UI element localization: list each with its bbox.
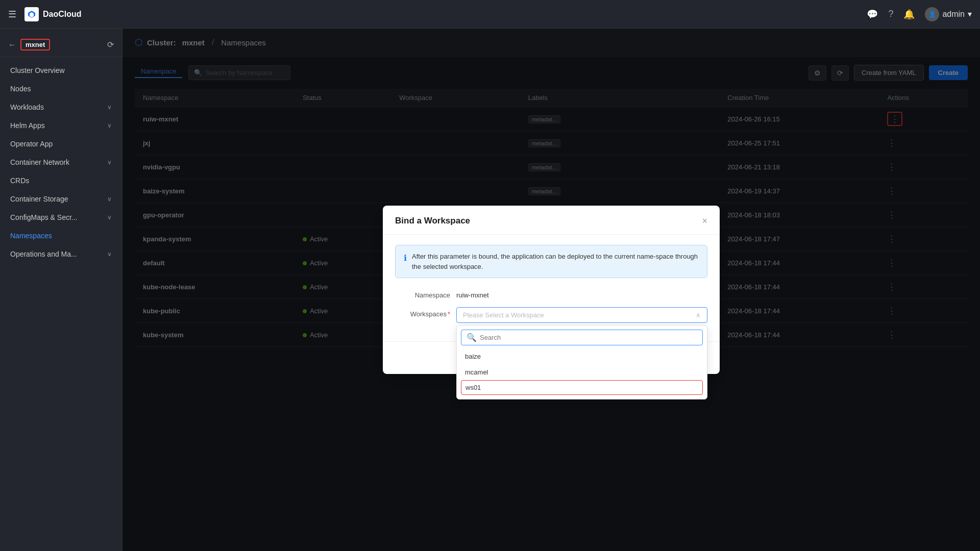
- sidebar-item-label: Cluster Overview: [10, 66, 65, 74]
- sidebar-nav: Cluster Overview Nodes Workloads ∨ Helm …: [0, 57, 122, 551]
- back-button[interactable]: ←: [8, 40, 16, 49]
- sidebar-item-cluster-overview[interactable]: Cluster Overview: [0, 61, 122, 80]
- namespace-label: Namespace: [395, 288, 456, 299]
- sidebar-item-label: CRDs: [10, 177, 29, 185]
- bind-workspace-modal: Bind a Workspace × ℹ After this paramete…: [383, 206, 720, 374]
- info-icon: ℹ: [404, 252, 407, 264]
- modal-close-button[interactable]: ×: [702, 216, 707, 226]
- sidebar-item-helm-apps[interactable]: Helm Apps ∨: [0, 116, 122, 135]
- topnav-right: 💬 ? 🔔 👤 admin ▾: [867, 7, 972, 21]
- user-avatar[interactable]: 👤 admin ▾: [925, 7, 972, 21]
- chevron-up-icon: ∧: [696, 311, 701, 319]
- sidebar-item-label: Workloads: [10, 103, 44, 111]
- workspaces-label: Workspaces*: [395, 307, 456, 318]
- sidebar-item-label: Helm Apps: [10, 121, 45, 130]
- workspaces-dropdown-trigger[interactable]: Please Select a Workspace ∧: [456, 307, 707, 323]
- chat-icon[interactable]: 💬: [867, 9, 878, 20]
- sidebar: ← mxnet ⟳ Cluster Overview Nodes Workloa…: [0, 29, 122, 551]
- sidebar-item-operator-app[interactable]: Operator App: [0, 135, 122, 153]
- modal-body: ℹ After this parameter is bound, the app…: [383, 235, 720, 341]
- logo: DaoCloud: [24, 7, 867, 21]
- sidebar-item-label: Container Network: [10, 158, 69, 166]
- username: admin: [942, 10, 965, 19]
- modal-header: Bind a Workspace ×: [383, 206, 720, 235]
- modal-title: Bind a Workspace: [395, 216, 470, 226]
- sidebar-item-label: Operator App: [10, 140, 53, 148]
- modal-overlay: Bind a Workspace × ℹ After this paramete…: [122, 29, 980, 551]
- menu-icon[interactable]: ☰: [8, 9, 16, 20]
- sidebar-item-operations[interactable]: Operations and Ma... ∨: [0, 245, 122, 263]
- info-banner: ℹ After this parameter is bound, the app…: [395, 245, 707, 278]
- logo-text: DaoCloud: [43, 10, 82, 19]
- sidebar-header: ← mxnet ⟳: [0, 33, 122, 57]
- sidebar-item-container-storage[interactable]: Container Storage ∨: [0, 190, 122, 208]
- chevron-down-icon: ▾: [968, 9, 972, 19]
- sidebar-item-label: Nodes: [10, 85, 31, 93]
- chevron-down-icon: ∨: [107, 214, 112, 221]
- sidebar-item-container-network[interactable]: Container Network ∨: [0, 153, 122, 171]
- chevron-down-icon: ∨: [107, 251, 112, 258]
- sidebar-item-configmaps[interactable]: ConfigMaps & Secr... ∨: [0, 208, 122, 227]
- sidebar-item-nodes[interactable]: Nodes: [0, 80, 122, 98]
- chevron-down-icon: ∨: [107, 195, 112, 203]
- workspaces-row: Workspaces* Please Select a Workspace ∧ …: [395, 307, 707, 323]
- sidebar-item-workloads[interactable]: Workloads ∨: [0, 98, 122, 116]
- namespace-value: ruiw-mxnet: [456, 288, 489, 299]
- sidebar-item-label: Namespaces: [10, 232, 52, 240]
- workspace-search-box[interactable]: 🔍: [461, 330, 703, 345]
- sidebar-item-crds[interactable]: CRDs: [0, 171, 122, 190]
- workspace-option-baize[interactable]: baize: [457, 348, 707, 364]
- cluster-label[interactable]: mxnet: [20, 39, 50, 51]
- topnav: ☰ DaoCloud 💬 ? 🔔 👤 admin ▾: [0, 0, 980, 29]
- workspace-option-ws01[interactable]: ws01: [461, 380, 703, 395]
- sidebar-item-label: Operations and Ma...: [10, 250, 77, 258]
- sidebar-item-label: Container Storage: [10, 195, 68, 203]
- workspaces-dropdown-container: Please Select a Workspace ∧ 🔍 baize mcam…: [456, 307, 707, 323]
- workspace-search-input[interactable]: [480, 334, 697, 341]
- chevron-down-icon: ∨: [107, 122, 112, 129]
- bell-icon[interactable]: 🔔: [903, 9, 915, 20]
- dropdown-placeholder: Please Select a Workspace: [463, 311, 544, 319]
- workspace-option-mcamel[interactable]: mcamel: [457, 364, 707, 380]
- logo-icon: [24, 7, 39, 21]
- chevron-down-icon: ∨: [107, 104, 112, 111]
- info-text: After this parameter is bound, the appli…: [412, 252, 699, 271]
- workspaces-dropdown-menu: 🔍 baize mcamel ws01: [456, 325, 707, 399]
- refresh-icon[interactable]: ⟳: [107, 40, 114, 49]
- help-icon[interactable]: ?: [888, 9, 893, 19]
- sidebar-item-label: ConfigMaps & Secr...: [10, 213, 78, 221]
- sidebar-item-namespaces[interactable]: Namespaces: [0, 227, 122, 245]
- chevron-down-icon: ∨: [107, 159, 112, 166]
- namespace-row: Namespace ruiw-mxnet: [395, 288, 707, 299]
- search-icon: 🔍: [467, 333, 477, 342]
- avatar-circle: 👤: [925, 7, 939, 21]
